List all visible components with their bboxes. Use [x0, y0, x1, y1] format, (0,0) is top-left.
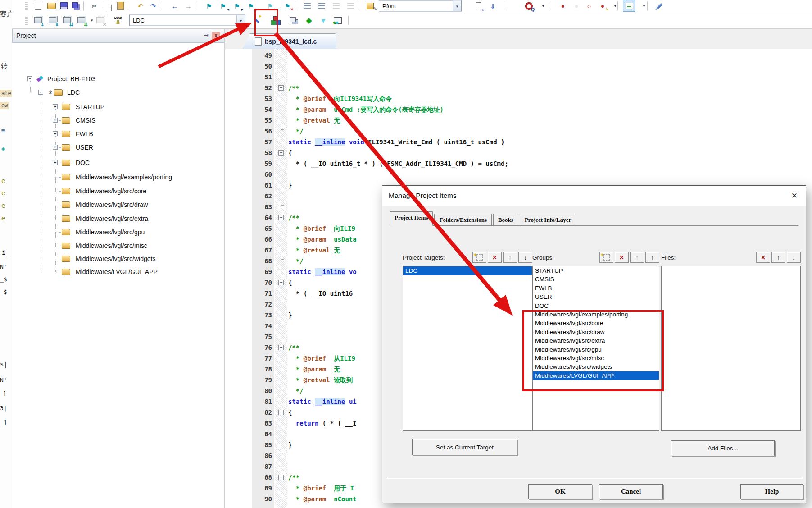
tree-item[interactable]: Middlewares/lvgl/src/misc: [62, 241, 147, 250]
tree-item[interactable]: USER: [62, 143, 93, 152]
tree-item[interactable]: Middlewares/lvgl/src/gpu: [62, 228, 145, 237]
group-item[interactable]: FWLB: [533, 284, 659, 293]
group-item[interactable]: Middlewares/lvgl/src/misc: [533, 354, 659, 362]
set-current-target-button[interactable]: Set as Current Target: [412, 439, 517, 455]
bookmark-clear-icon[interactable]: ⚑✕: [281, 0, 293, 11]
bookmark-next-icon[interactable]: ⚑▸: [231, 0, 243, 11]
group-item[interactable]: Middlewares/lvgl/examples/porting: [533, 310, 659, 319]
fold-collapse-icon[interactable]: −: [278, 475, 284, 480]
find-input[interactable]: Pfont▾: [379, 0, 462, 12]
target-select-caret-icon[interactable]: ▾: [236, 15, 245, 26]
tree-item[interactable]: Middlewares/lvgl/src/draw: [62, 200, 148, 209]
fold-collapse-icon[interactable]: −: [278, 215, 284, 220]
navigate-back-icon[interactable]: ←: [169, 0, 181, 11]
move-file-up-icon[interactable]: ↑: [771, 252, 785, 263]
editor-tab[interactable]: bsp_ili9341_lcd.c: [243, 33, 336, 49]
group-item[interactable]: Middlewares/lvgl/src/draw: [533, 328, 659, 336]
expand-icon[interactable]: +: [53, 145, 58, 150]
undo-icon[interactable]: ↶: [135, 0, 146, 11]
bookmark-all-icon[interactable]: ⚑▾: [245, 0, 257, 11]
fold-collapse-icon[interactable]: −: [278, 345, 284, 350]
bookmark-hollow-icon[interactable]: ⚑: [264, 0, 276, 11]
file-extensions-icon[interactable]: [289, 15, 300, 26]
search-icon[interactable]: Q: [523, 0, 535, 11]
stop-build-icon[interactable]: ✕: [94, 15, 106, 26]
new-file-icon[interactable]: [32, 0, 44, 11]
group-item[interactable]: USER: [533, 293, 659, 301]
breakpoint-kill-all-icon[interactable]: ●✕: [597, 0, 608, 11]
move-file-down-icon[interactable]: ↓: [787, 252, 801, 263]
tree-item[interactable]: STARTUP: [62, 102, 104, 111]
group-item[interactable]: Middlewares/lvgl/src/gpu: [533, 345, 659, 354]
tree-item[interactable]: ✳LDC: [48, 88, 80, 97]
groups-list[interactable]: STARTUPCMSISFWLBUSERDOCMiddlewares/lvgl/…: [532, 266, 659, 431]
group-item[interactable]: Middlewares/lvgl/src/extra: [533, 336, 659, 345]
bookmark-toggle-icon[interactable]: ⚑: [203, 0, 215, 11]
move-group-down-icon[interactable]: ↑: [645, 252, 659, 263]
expand-icon[interactable]: +: [53, 131, 58, 136]
ok-button[interactable]: OK: [528, 484, 592, 499]
breakpoint-disable-icon[interactable]: ●: [571, 0, 582, 11]
fold-collapse-icon[interactable]: −: [278, 85, 284, 91]
redo-icon[interactable]: ↷: [147, 0, 159, 11]
files-list[interactable]: [661, 266, 801, 431]
tree-item[interactable]: Middlewares/lvgl/src/extra: [62, 214, 148, 223]
select-packs-icon[interactable]: ▼: [318, 15, 329, 26]
build-icon[interactable]: ⇓: [46, 15, 58, 26]
group-item[interactable]: Middlewares/LVGL/GUI_APP: [533, 371, 659, 380]
delete-group-icon[interactable]: ✕: [615, 252, 629, 263]
download-icon[interactable]: LOAD⇊: [112, 15, 124, 26]
add-files-button[interactable]: Add Files...: [671, 440, 775, 456]
pin-icon[interactable]: T: [202, 34, 209, 37]
save-all-icon[interactable]: [70, 0, 82, 11]
collapse-icon[interactable]: -: [38, 90, 43, 95]
tree-item[interactable]: Middlewares/LVGL/GUI_APP: [62, 267, 158, 276]
cut-icon[interactable]: ✂: [89, 0, 100, 11]
save-icon[interactable]: [58, 0, 70, 11]
move-target-down-icon[interactable]: ↓: [518, 252, 532, 263]
project-targets-list[interactable]: LDC: [403, 266, 532, 431]
manage-rte-icon[interactable]: ◆: [303, 15, 315, 26]
target-select[interactable]: LDC▾: [129, 15, 245, 26]
close-icon[interactable]: x: [212, 32, 220, 40]
find-input-caret-icon[interactable]: ▾: [453, 1, 461, 11]
indent-icon[interactable]: [301, 0, 313, 11]
dialog-tab-project-info-layer[interactable]: Project Info/Layer: [520, 214, 576, 225]
expand-icon[interactable]: +: [53, 104, 58, 109]
tree-item[interactable]: Middlewares/lvgl/src/core: [62, 187, 146, 196]
new-group-icon[interactable]: ✦: [599, 252, 613, 263]
close-icon[interactable]: ✕: [791, 191, 798, 201]
new-target-icon[interactable]: ✦: [472, 252, 486, 263]
collapse-icon[interactable]: -: [27, 76, 32, 81]
uncomment-icon[interactable]: [345, 0, 356, 11]
target-item[interactable]: LDC: [403, 266, 532, 275]
cancel-button[interactable]: Cancel: [599, 484, 663, 499]
group-item[interactable]: CMSIS: [533, 275, 659, 284]
copy-icon[interactable]: [102, 0, 113, 11]
tree-item[interactable]: ◆Project: BH-F103: [36, 74, 95, 83]
rebuild-icon[interactable]: ⇊: [61, 15, 73, 26]
navigate-forward-icon[interactable]: →: [182, 0, 194, 11]
breakpoint-caret-icon[interactable]: ▾: [609, 0, 621, 11]
tree-item[interactable]: Middlewares/lvgl/src/widgets: [62, 254, 155, 263]
move-target-up-icon[interactable]: ↑: [503, 252, 517, 263]
tree-item[interactable]: DOC: [62, 158, 90, 167]
configure-icon[interactable]: [653, 0, 665, 11]
tree-item[interactable]: CMSIS: [62, 116, 95, 125]
dialog-tab-project-items[interactable]: Project Items: [390, 211, 433, 226]
breakpoint-enable-all-icon[interactable]: ○: [583, 0, 595, 11]
group-item[interactable]: Middlewares/lvgl/src/widgets: [533, 362, 659, 371]
help-button[interactable]: Help: [740, 484, 803, 499]
fold-collapse-icon[interactable]: −: [278, 280, 284, 285]
batch-build-icon[interactable]: ⇊: [75, 15, 87, 26]
options-for-target-icon[interactable]: ✦: [251, 15, 263, 26]
move-group-up-icon[interactable]: ↑: [630, 252, 644, 263]
pack-installer-icon[interactable]: ◆: [332, 15, 344, 26]
group-item[interactable]: DOC: [533, 302, 659, 310]
window-list-icon[interactable]: [623, 0, 635, 12]
group-item[interactable]: STARTUP: [533, 266, 659, 275]
expand-icon[interactable]: +: [53, 118, 58, 123]
find-in-files-icon[interactable]: ⌕: [472, 0, 484, 11]
translate-icon[interactable]: ⇣: [32, 15, 44, 26]
tree-item[interactable]: FWLB: [62, 129, 93, 138]
